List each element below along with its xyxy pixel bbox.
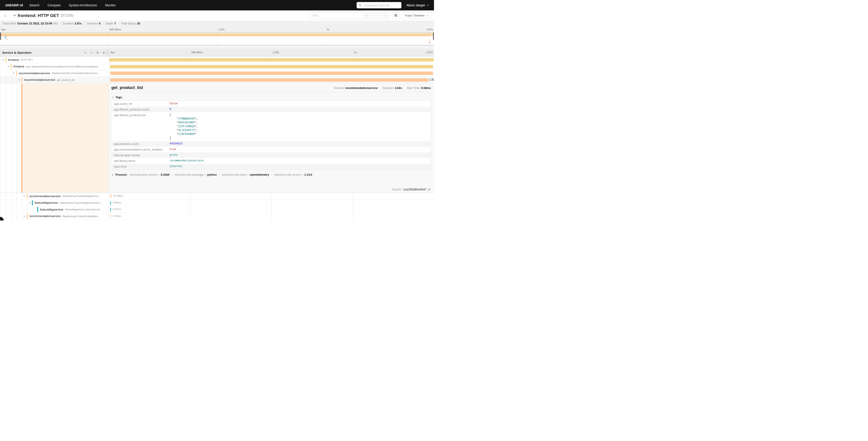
tag-row[interactable]: app.cache_hitfalse bbox=[112, 101, 431, 107]
tag-row[interactable]: app.recommendation.cache_enabledtrue bbox=[112, 147, 431, 152]
span-row[interactable]: featureflagservicefeatureflagservice.rep… bbox=[0, 206, 434, 213]
tag-row[interactable]: app.filtered_products.list["1YMWWN1N4O",… bbox=[112, 112, 431, 141]
tag-value: recommendationservice bbox=[169, 159, 204, 163]
trace-id-search-input[interactable] bbox=[363, 3, 399, 7]
trace-id-search[interactable] bbox=[356, 2, 401, 8]
tag-row[interactable]: internal.span.formatproto bbox=[112, 152, 431, 158]
process-section[interactable]: Process: telemetry.auto.version=0.34b0te… bbox=[111, 173, 431, 176]
find-controls: × bbox=[362, 12, 390, 19]
tag-row[interactable]: app.filtered_products.count8 bbox=[112, 107, 431, 112]
minimap-left-handle[interactable] bbox=[0, 33, 1, 40]
collapse-one-icon[interactable] bbox=[84, 51, 87, 54]
tick-label: 1.33s bbox=[273, 51, 279, 54]
minimap-canvas[interactable] bbox=[0, 32, 434, 45]
expand-all-icon[interactable] bbox=[102, 51, 105, 54]
chevron-down-icon bbox=[427, 14, 429, 17]
nav-item-system-architecture[interactable]: System Architecture bbox=[65, 3, 101, 7]
span-row[interactable]: recommendationservice/hipstershop.Recomm… bbox=[0, 70, 434, 77]
tag-value: 8 bbox=[169, 108, 171, 111]
row-collapse-chevron-icon[interactable] bbox=[2, 59, 4, 61]
span-timeline-cell[interactable]: 3.47ms bbox=[109, 206, 434, 213]
row-collapse-chevron-icon[interactable] bbox=[29, 202, 31, 204]
row-collapse-chevron-icon[interactable] bbox=[12, 72, 15, 75]
nav-item-compare[interactable]: Compare bbox=[43, 3, 65, 7]
span-bar[interactable] bbox=[110, 215, 111, 218]
about-jaeger-menu[interactable]: About Jaeger bbox=[406, 3, 431, 7]
span-service-name: recommendationservice bbox=[29, 195, 61, 198]
timeline-tick-labels: 0μs666.89ms1.33s2s2.67s bbox=[109, 49, 434, 56]
indent-guide bbox=[6, 77, 6, 83]
span-service-name: featureflagservice bbox=[40, 208, 63, 211]
span-bar[interactable] bbox=[110, 195, 111, 198]
span-bar[interactable] bbox=[110, 201, 111, 205]
span-bar[interactable] bbox=[110, 78, 429, 82]
tags-table: app.cache_hitfalseapp.filtered_products.… bbox=[111, 101, 431, 170]
tag-row[interactable]: app.products.count44530923 bbox=[112, 141, 431, 147]
column-resize-handle[interactable] bbox=[107, 51, 108, 55]
tag-row[interactable]: otel.library.namerecommendationservice bbox=[112, 158, 431, 164]
tag-value: proto bbox=[169, 153, 178, 157]
span-timeline-cell[interactable] bbox=[109, 70, 434, 77]
find-clear-icon[interactable]: × bbox=[382, 13, 389, 18]
span-timeline-cell[interactable]: 2.62s bbox=[109, 77, 434, 83]
span-bar[interactable] bbox=[110, 208, 111, 211]
minimap-right-handle[interactable] bbox=[433, 33, 434, 40]
link-icon[interactable] bbox=[428, 188, 431, 191]
tags-section-toggle[interactable]: Tags bbox=[111, 95, 431, 99]
span-row[interactable]: recommendationservice/hipstershop.Featur… bbox=[0, 193, 434, 200]
span-bar[interactable] bbox=[109, 58, 434, 62]
span-timeline-cell[interactable] bbox=[109, 57, 434, 63]
tag-key: app.products.count bbox=[114, 142, 169, 146]
span-row[interactable] bbox=[0, 219, 434, 220]
span-duration-label: 1.04ms bbox=[113, 215, 121, 217]
span-timeline-cell[interactable]: 1.04ms bbox=[109, 213, 434, 219]
duration-label: Duration bbox=[63, 22, 73, 25]
row-collapse-chevron-icon[interactable] bbox=[18, 79, 20, 81]
span-row[interactable]: frontendHTTP GET bbox=[0, 57, 434, 63]
span-timeline-cell[interactable] bbox=[109, 63, 434, 70]
trace-title: frontend: HTTP GET bbox=[18, 13, 59, 18]
back-arrow-button[interactable]: ← bbox=[2, 13, 10, 18]
trace-summary-bar: Trace Start October 22 2022, 22:10:09 .5… bbox=[0, 21, 434, 27]
span-operation-name: /hipstershop.ProductCatalogSer… bbox=[62, 215, 100, 217]
tag-key: app.filtered_products.count bbox=[114, 108, 169, 111]
trace-collapse-chevron-icon[interactable] bbox=[13, 14, 16, 17]
service-color-bar bbox=[21, 78, 22, 83]
span-timeline-cell[interactable]: 14.49ms bbox=[109, 193, 434, 200]
tags-section-label: Tags bbox=[115, 95, 122, 99]
locate-icon[interactable] bbox=[363, 14, 370, 17]
process-item: telemetry.sdk.name=opentelemetry bbox=[219, 173, 272, 176]
tick-label: 666.89ms bbox=[191, 51, 203, 54]
find-prev-icon[interactable] bbox=[370, 14, 376, 17]
row-collapse-chevron-icon[interactable] bbox=[7, 65, 10, 68]
find-next-icon[interactable] bbox=[376, 14, 382, 17]
service-color-bar bbox=[16, 70, 17, 76]
find-input[interactable] bbox=[310, 12, 362, 19]
nav-item-monitor[interactable]: Monitor bbox=[101, 3, 120, 7]
app-brand[interactable]: JAEGER UI bbox=[3, 3, 25, 7]
tag-value: internal bbox=[169, 165, 183, 169]
span-row[interactable]: featureflagservice/hipstershop.FeatureFl… bbox=[0, 200, 434, 206]
tick-label: 2s bbox=[327, 28, 330, 31]
span-row[interactable]: recommendationserviceget_product_list2.6… bbox=[0, 77, 434, 84]
tag-row[interactable]: span.kindinternal bbox=[112, 164, 431, 169]
span-name: recommendationservice/hipstershop.Recomm… bbox=[19, 70, 109, 77]
collapse-all-icon[interactable] bbox=[96, 51, 99, 54]
span-row[interactable]: frontendgrpc.hipstershop.RecommendationS… bbox=[0, 63, 434, 70]
span-row[interactable]: recommendationservice/hipstershop.Produc… bbox=[0, 213, 434, 220]
span-timeline-cell[interactable] bbox=[109, 219, 434, 220]
row-collapse-chevron-icon[interactable] bbox=[23, 215, 26, 217]
expand-one-icon[interactable] bbox=[90, 51, 93, 54]
minimap-span-bar bbox=[429, 39, 430, 40]
detail-service-label: Service: bbox=[334, 86, 344, 90]
row-collapse-chevron-icon[interactable] bbox=[23, 195, 26, 198]
detail-starttime-value: 8.58ms bbox=[421, 86, 431, 90]
keyboard-shortcuts-button[interactable]: ⌘ bbox=[392, 12, 399, 19]
span-bar[interactable] bbox=[110, 65, 433, 68]
trace-view-selector[interactable]: Trace Timeline bbox=[402, 12, 432, 19]
span-bar[interactable] bbox=[110, 71, 433, 75]
trace-start-value: October 22 2022, 22:10:09 bbox=[17, 22, 52, 25]
span-id: SpanID: 1ca2262df0e18447 bbox=[392, 188, 431, 191]
span-timeline-cell[interactable]: 3.68ms bbox=[109, 200, 434, 206]
nav-item-search[interactable]: Search bbox=[25, 3, 43, 7]
